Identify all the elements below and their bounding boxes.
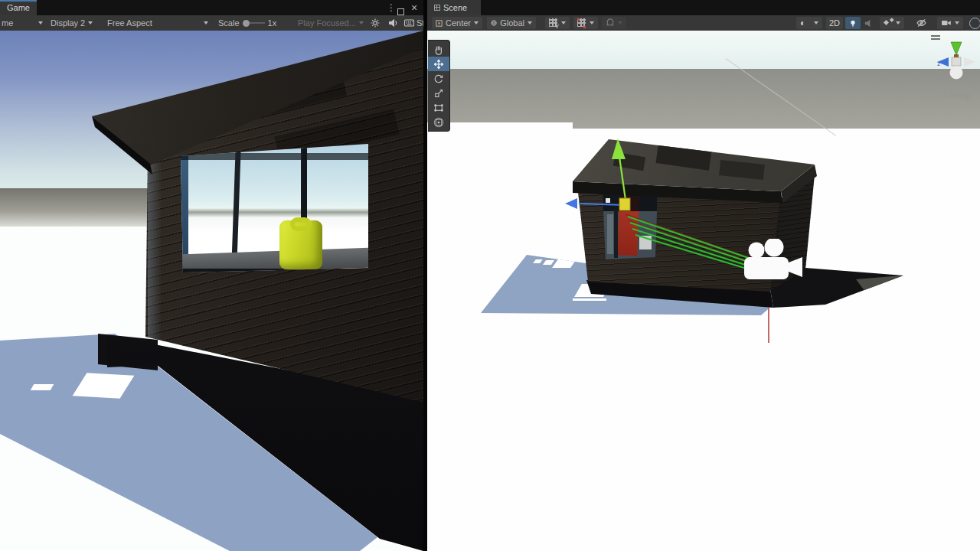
grid-pad-glyph <box>403 18 415 28</box>
shadow-light-dash <box>31 384 54 390</box>
dropdown-caret-icon <box>474 21 479 24</box>
yellow-canister <box>279 220 322 269</box>
unity-editor-screen: Game ⋮ × me Display 2 Free Aspect Scale <box>0 0 980 551</box>
axis-marker-line <box>768 308 769 343</box>
shading-mode-dropdown[interactable]: ◐ <box>796 17 822 29</box>
persp-arrow-icon: < <box>942 91 946 100</box>
active-tab-accent <box>0 0 37 2</box>
scene-tab[interactable]: Scene <box>427 0 481 15</box>
camera-icon <box>941 18 952 28</box>
game-tab[interactable]: Game <box>0 0 37 15</box>
game-tabbar: Game ⋮ × <box>0 0 423 15</box>
gear-glyph <box>370 18 381 28</box>
dropdown-caret-icon <box>528 21 532 24</box>
scale-tool-button[interactable] <box>428 86 449 100</box>
scene-camera-dropdown[interactable] <box>937 17 963 29</box>
gear-icon[interactable] <box>370 15 381 31</box>
2d-label: 2D <box>829 18 840 28</box>
dropdown-caret-icon <box>955 21 959 24</box>
display-dropdown[interactable]: Display 2 <box>51 15 93 31</box>
dropdown-caret-icon <box>561 21 566 24</box>
sparkle-diamond <box>884 20 889 25</box>
scale-label: Scale <box>218 18 240 28</box>
display-label: Display 2 <box>51 18 85 28</box>
close-icon[interactable]: × <box>411 0 417 15</box>
pivot-label: Center <box>446 18 471 28</box>
maximize-square <box>397 8 404 15</box>
game-window <box>178 141 370 276</box>
orbit-circle-icon <box>969 18 980 29</box>
projection-label[interactable]: < Persp <box>942 91 971 100</box>
game-mode-dropdown[interactable]: me <box>2 15 43 31</box>
snap-red-dot <box>577 18 580 21</box>
mute-audio-icon[interactable] <box>387 15 398 31</box>
snapping-dropdown[interactable] <box>602 17 626 29</box>
scene-viewport[interactable]: z < Persp <box>427 31 980 551</box>
snap-red-dot <box>583 26 586 28</box>
game-mode-label: me <box>2 18 13 28</box>
scale-value: 1x <box>268 18 277 28</box>
scene-panel: Scene Center Global Y <box>427 0 980 551</box>
sparkle-icon <box>884 18 893 28</box>
canister-handle <box>290 217 312 231</box>
hand-icon <box>433 44 444 55</box>
rect-icon <box>433 103 444 113</box>
game-viewport[interactable] <box>0 31 423 551</box>
camera-frustum-and-gizmo <box>427 31 980 551</box>
eye-slash-icon <box>916 18 927 28</box>
speaker-glyph <box>387 18 398 28</box>
pivot-dropdown[interactable]: Center <box>432 17 482 29</box>
aspect-dropdown[interactable]: Free Aspect <box>107 15 208 31</box>
grid-visibility-dropdown[interactable]: Y <box>545 17 570 29</box>
rotate-tool-button[interactable] <box>428 71 449 86</box>
pivot-icon <box>436 19 443 28</box>
audio-toggle[interactable] <box>864 15 874 31</box>
slider-knob[interactable] <box>243 20 250 27</box>
camera-object-gizmo[interactable] <box>740 239 807 285</box>
transform-tool-button[interactable] <box>428 115 449 129</box>
persp-label: Persp <box>949 91 971 100</box>
scene-tab-label: Scene <box>443 3 467 12</box>
scale-slider[interactable] <box>243 20 265 27</box>
scene-tabbar: Scene <box>427 0 980 15</box>
move-icon <box>433 59 444 70</box>
orientation-label: Global <box>500 18 524 28</box>
scene-lighting-toggle[interactable] <box>845 17 861 29</box>
transform-icon <box>433 117 444 128</box>
snap-increment-dropdown[interactable] <box>573 17 598 29</box>
scene-toolbar: Center Global Y <box>427 15 980 31</box>
lightbulb-icon <box>849 18 857 28</box>
dropdown-caret-icon <box>38 21 43 24</box>
orientation-dropdown[interactable]: Global <box>487 17 536 29</box>
speaker-muted-icon <box>864 18 874 28</box>
effects-dropdown[interactable] <box>880 17 904 29</box>
rect-tool-button[interactable] <box>428 100 449 115</box>
scale-icon <box>433 88 444 99</box>
play-focused-dropdown[interactable]: Play Focused... <box>298 15 364 31</box>
scene-tab-grid-icon <box>434 5 440 11</box>
view-tool-button[interactable] <box>428 42 449 57</box>
scene-visibility-toggle[interactable] <box>916 15 927 31</box>
tools-overlay <box>428 40 450 132</box>
dropdown-caret-icon <box>896 21 900 24</box>
game-tab-label: Game <box>7 3 30 12</box>
aspect-label: Free Aspect <box>107 18 152 28</box>
dropdown-caret-icon <box>204 21 208 24</box>
scale-slider-group: Scale 1x <box>218 15 276 31</box>
2d-toggle-button[interactable]: 2D <box>826 17 843 29</box>
stats-button[interactable]: St <box>416 15 423 31</box>
axis-z-label: z <box>937 60 941 67</box>
magnet-icon <box>606 18 615 28</box>
dropdown-caret-icon <box>359 21 364 24</box>
kebab-menu-icon[interactable]: ⋮ <box>387 0 396 15</box>
display-grid-icon[interactable] <box>403 15 415 31</box>
dropdown-caret-icon <box>814 21 818 24</box>
dropdown-caret-icon <box>590 21 594 24</box>
move-tool-button[interactable] <box>428 57 449 71</box>
stats-label: St <box>416 18 423 28</box>
dropdown-caret-icon <box>618 21 622 24</box>
grid-axis-letter: Y <box>555 23 559 30</box>
wall-corner-highlight <box>148 159 162 350</box>
slider-track[interactable] <box>250 22 265 24</box>
component-tools-icon[interactable] <box>969 15 980 31</box>
